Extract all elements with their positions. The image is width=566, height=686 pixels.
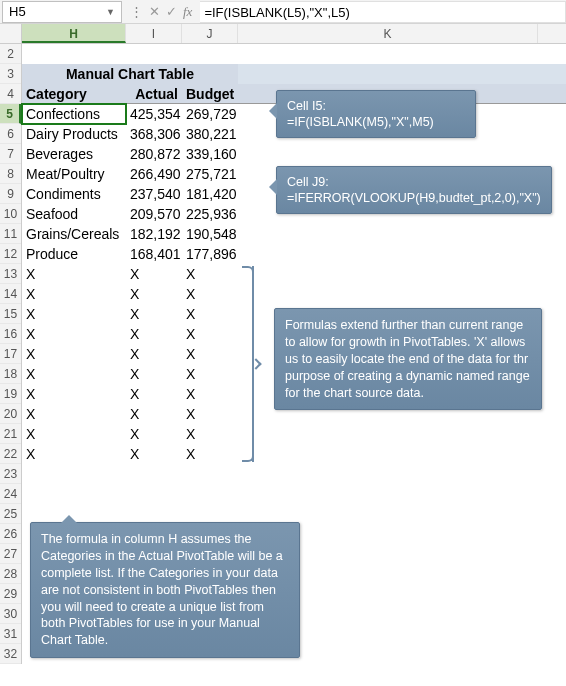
column-header-H[interactable]: H — [22, 24, 126, 43]
col-header-category[interactable]: Category — [22, 84, 126, 104]
column-header-I[interactable]: I — [126, 24, 182, 43]
cell-budget[interactable]: X — [182, 284, 238, 304]
cell-category[interactable]: X — [22, 304, 126, 324]
cell-actual[interactable]: 425,354 — [126, 104, 182, 124]
row-header[interactable]: 30 — [0, 604, 21, 624]
cell-category[interactable]: X — [22, 364, 126, 384]
cell-budget[interactable]: X — [182, 424, 238, 444]
row-header[interactable]: 7 — [0, 144, 21, 164]
cell-actual[interactable]: X — [126, 304, 182, 324]
row-header[interactable]: 18 — [0, 364, 21, 384]
cell-actual[interactable]: X — [126, 344, 182, 364]
cell-actual[interactable]: 280,872 — [126, 144, 182, 164]
cell-budget[interactable]: X — [182, 364, 238, 384]
row-header[interactable]: 16 — [0, 324, 21, 344]
cell-category[interactable]: Seafood — [22, 204, 126, 224]
cell-category[interactable]: X — [22, 444, 126, 464]
row-header[interactable]: 8 — [0, 164, 21, 184]
cell-budget[interactable]: 181,420 — [182, 184, 238, 204]
cell-budget[interactable]: 275,721 — [182, 164, 238, 184]
row-header[interactable]: 28 — [0, 564, 21, 584]
cell-actual[interactable]: X — [126, 264, 182, 284]
cell-budget[interactable]: X — [182, 304, 238, 324]
cell-category[interactable]: Grains/Cereals — [22, 224, 126, 244]
cell-actual[interactable]: X — [126, 404, 182, 424]
cell-actual[interactable]: X — [126, 424, 182, 444]
row-header[interactable]: 19 — [0, 384, 21, 404]
cell-actual[interactable]: 182,192 — [126, 224, 182, 244]
cell-category[interactable]: Produce — [22, 244, 126, 264]
cell-category[interactable]: X — [22, 344, 126, 364]
cell-budget[interactable]: X — [182, 344, 238, 364]
column-header-J[interactable]: J — [182, 24, 238, 43]
cell-budget[interactable]: X — [182, 384, 238, 404]
cell-category[interactable]: X — [22, 424, 126, 444]
row-header[interactable]: 6 — [0, 124, 21, 144]
cell-category[interactable]: X — [22, 404, 126, 424]
row-header[interactable]: 5 — [0, 104, 21, 124]
row-header[interactable]: 32 — [0, 644, 21, 664]
cell-actual[interactable]: X — [126, 284, 182, 304]
cell-budget[interactable]: 339,160 — [182, 144, 238, 164]
cell-budget[interactable]: X — [182, 264, 238, 284]
cell-actual[interactable]: X — [126, 444, 182, 464]
row-header[interactable]: 14 — [0, 284, 21, 304]
cell-budget[interactable]: 380,221 — [182, 124, 238, 144]
cell-budget[interactable]: X — [182, 444, 238, 464]
row-header[interactable]: 29 — [0, 584, 21, 604]
row-header[interactable]: 22 — [0, 444, 21, 464]
row-header[interactable]: 23 — [0, 464, 21, 484]
cell-category[interactable]: Dairy Products — [22, 124, 126, 144]
table-title[interactable]: Manual Chart Table — [22, 64, 238, 84]
cell-category[interactable]: Condiments — [22, 184, 126, 204]
cell-category[interactable]: Beverages — [22, 144, 126, 164]
row-header[interactable]: 21 — [0, 424, 21, 444]
cell-budget[interactable]: 190,548 — [182, 224, 238, 244]
fx-icon[interactable]: fx — [183, 4, 192, 20]
chevron-down-icon[interactable]: ▼ — [106, 7, 115, 17]
cell-actual[interactable]: X — [126, 364, 182, 384]
name-box[interactable]: H5 ▼ — [2, 1, 122, 23]
cell-actual[interactable]: 209,570 — [126, 204, 182, 224]
select-all-corner[interactable] — [0, 24, 22, 43]
cell-category[interactable]: X — [22, 324, 126, 344]
row-header[interactable]: 4 — [0, 84, 21, 104]
row-header[interactable]: 10 — [0, 204, 21, 224]
formula-input[interactable]: =IF(ISBLANK(L5),"X",L5) — [200, 1, 566, 23]
col-header-budget[interactable]: Budget — [182, 84, 238, 104]
row-header[interactable]: 11 — [0, 224, 21, 244]
row-header[interactable]: 9 — [0, 184, 21, 204]
enter-icon[interactable]: ✓ — [166, 4, 177, 19]
cell-actual[interactable]: 368,306 — [126, 124, 182, 144]
column-header-K[interactable]: K — [238, 24, 538, 43]
row-header[interactable]: 24 — [0, 484, 21, 504]
row-header[interactable]: 3 — [0, 64, 21, 84]
cancel-icon[interactable]: ✕ — [149, 4, 160, 19]
cell-actual[interactable]: 168,401 — [126, 244, 182, 264]
row-header[interactable]: 2 — [0, 44, 21, 64]
row-header[interactable]: 25 — [0, 504, 21, 524]
cell-actual[interactable]: X — [126, 384, 182, 404]
row-header[interactable]: 13 — [0, 264, 21, 284]
cell-budget[interactable]: X — [182, 404, 238, 424]
col-header-actual[interactable]: Actual — [126, 84, 182, 104]
row-header[interactable]: 15 — [0, 304, 21, 324]
row-header[interactable]: 17 — [0, 344, 21, 364]
grid-cells[interactable]: Manual Chart TableCategoryActualBudgetCo… — [22, 44, 566, 664]
cell-category[interactable]: X — [22, 284, 126, 304]
cell-category[interactable]: Confections — [22, 104, 126, 124]
cell-category[interactable]: X — [22, 264, 126, 284]
cell-budget[interactable]: 177,896 — [182, 244, 238, 264]
cell-category[interactable]: X — [22, 384, 126, 404]
row-header[interactable]: 12 — [0, 244, 21, 264]
cell-budget[interactable]: X — [182, 324, 238, 344]
cell-budget[interactable]: 269,729 — [182, 104, 238, 124]
row-header[interactable]: 20 — [0, 404, 21, 424]
row-header[interactable]: 31 — [0, 624, 21, 644]
cell-actual[interactable]: 266,490 — [126, 164, 182, 184]
cell-category[interactable]: Meat/Poultry — [22, 164, 126, 184]
cell-actual[interactable]: 237,540 — [126, 184, 182, 204]
cell-actual[interactable]: X — [126, 324, 182, 344]
cell-budget[interactable]: 225,936 — [182, 204, 238, 224]
row-header[interactable]: 26 — [0, 524, 21, 544]
